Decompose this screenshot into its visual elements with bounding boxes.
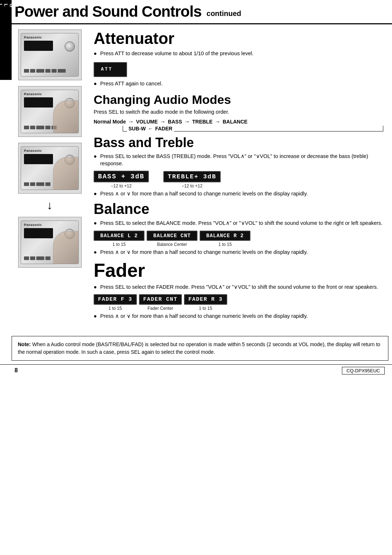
finger-overlay-4 [53,231,78,264]
flow-line-2-container: SUB-W ← FADER [123,126,383,131]
treble-lcd: TREBLE+ 3dB [163,171,221,182]
note-text: When a Audio control mode (BAS/TRE/BAL/F… [18,341,380,355]
balance-section: Balance Press SEL to select the BALANCE … [94,201,383,256]
att-display: ATT [94,59,383,80]
flow-bracket-left [123,126,127,131]
audio-modes-section: Changing Audio Modes Press SEL to switch… [94,93,383,131]
device-screen-1 [24,41,53,51]
attenuator-bullet1: Press ATT to decrease volume to about 1/… [94,50,383,57]
flow-volume: VOLUME [136,119,158,125]
btn-3-2 [30,182,35,186]
flow-line-extend [174,126,379,131]
fader-f-block: FADER F 3 1 to 15 [94,294,137,311]
balance-r-lcd: BALANCE R 2 [200,231,250,241]
fader-f-label: 1 to 15 [109,306,122,311]
bass-treble-bullet1: Press SEL to select the BASS (TREBLE) mo… [94,153,383,167]
flow-fader: FADER [155,126,172,131]
balance-l-lcd: BALANCE L 2 [94,231,144,241]
balance-cnt-label: Balance Center [157,242,187,247]
fader-bullet2: Press ∧ or ∨ for more than a half second… [94,312,383,320]
finger-overlay-2 [53,100,78,133]
treble-display-block: TREBLE+ 3dB −12 to +12 [163,171,221,189]
bass-treble-bullet2: Press ∧ or ∨ for more than a half second… [94,190,383,197]
device-screen-2 [24,97,53,108]
btn-3-1 [24,182,29,186]
device-image-3 [18,143,82,194]
balance-displays: BALANCE L 2 1 to 15 BALANCE CNT Balance … [94,231,383,247]
btn-2-4 [45,126,50,129]
flow-balance: BALANCE [222,119,247,125]
sidebar-language-tab: ENGLISH [0,0,12,80]
device-image-4 [18,217,82,268]
finger-overlay-3 [53,157,78,190]
left-column: ↓ [12,24,88,329]
btn-3 [36,69,44,73]
btn-3-4 [45,182,50,186]
balance-r-block: BALANCE R 2 1 to 15 [200,231,250,247]
page-number: 8 [15,367,18,374]
att-icon: ATT [99,65,121,73]
balance-bullet2: Press ∧ or ∨ for more than a half second… [94,248,383,256]
device-screen-3 [24,154,53,164]
btn-4-1 [24,256,29,260]
device-face-3 [21,146,79,190]
flow-bracket-right [379,126,383,131]
device-screen-4 [24,228,53,238]
note-label: Note: [18,341,31,347]
balance-cnt-lcd: BALANCE CNT [147,231,197,241]
fader-r-lcd: FADER R 3 [184,294,227,305]
balance-r-label: 1 to 15 [219,242,232,247]
page-title-continued: continued [207,9,241,18]
btn-2 [30,69,35,73]
btn-2-1 [24,126,29,129]
device-face-4 [21,220,79,264]
audio-modes-title: Changing Audio Modes [94,93,383,107]
btn-2-3 [36,126,44,129]
arrow-2: → [160,118,166,125]
page-header: Power and Sound Controls continued [0,0,392,24]
audio-modes-description: Press SEL to switch the audio mode in th… [94,109,383,115]
bass-treble-displays: BASS + 3dB −12 to +12 TREBLE+ 3dB −12 to… [94,171,383,189]
btn-4-2 [30,256,35,260]
device-face-1 [21,33,79,77]
arrow-left: ← [148,126,153,131]
btn-5 [52,69,57,73]
right-column: Attenuator Press ATT to decrease volume … [88,24,392,329]
device-face-2 [21,90,79,133]
balance-l-label: 1 to 15 [113,242,126,247]
bass-display-block: BASS + 3dB −12 to +12 [94,171,149,189]
attenuator-title: Attenuator [94,29,383,48]
model-code: CQ-DPX95EUC [342,367,385,374]
bass-treble-section: Bass and Treble Press SEL to select the … [94,135,383,198]
balance-title: Balance [94,201,383,217]
btn-4-3 [36,256,44,260]
audio-modes-flow: Normal Mode → VOLUME → BASS → TREBLE → B… [94,118,383,131]
fader-cnt-lcd: FADER CNT [139,294,182,305]
balance-bullet1: Press SEL to select the BALANCE mode. Pr… [94,219,383,227]
treble-lcd-label: −12 to +12 [181,183,202,189]
fader-cnt-block: FADER CNT Fader Center [139,294,182,311]
btn-6 [58,69,66,73]
btn-3-3 [36,182,44,186]
bass-lcd-label: −12 to +12 [111,183,131,189]
device-image-2 [18,86,82,137]
flow-line-2: SUB-W ← FADER [128,126,172,131]
flow-subw: SUB-W [128,126,146,131]
fader-r-label: 1 to 15 [199,306,212,311]
balance-cnt-block: BALANCE CNT Balance Center [147,231,197,247]
arrow-1: → [128,118,134,125]
fader-bullet1: Press SEL to select the FADER mode. Pres… [94,283,383,291]
fader-f-lcd: FADER F 3 [94,294,137,305]
arrow-4: → [215,118,220,125]
attenuator-bullet2: Press ATT again to cancel. [94,80,383,87]
btn-4-4 [45,256,50,260]
device-knob-1 [65,41,75,52]
main-content: ↓ Attenuator Press ATT to decrease volum… [12,24,392,329]
flow-treble: TREBLE [192,119,212,125]
arrow-down-icon: ↓ [47,199,53,211]
fader-section: Fader Press SEL to select the FADER mode… [94,259,383,320]
flow-bass: BASS [168,119,182,125]
btn-1 [24,69,29,73]
fader-title: Fader [94,259,383,281]
btn-4 [45,69,50,73]
